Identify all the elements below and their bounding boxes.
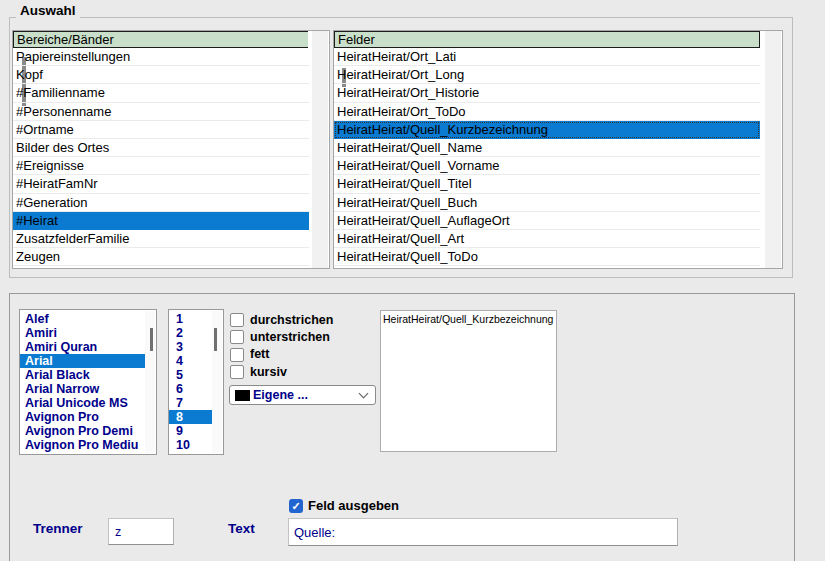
font-item[interactable]: Arial Black (20, 368, 145, 382)
bereiche-item[interactable]: Zeugen (13, 248, 309, 266)
font-item[interactable]: Arial Narrow (20, 382, 145, 396)
size-item[interactable]: 9 (169, 424, 212, 438)
bereiche-item[interactable]: #Personenname (13, 103, 309, 121)
font-item[interactable]: Avignon Pro (20, 410, 145, 424)
bereiche-scrollbar[interactable] (308, 31, 329, 268)
fett-checkbox[interactable] (230, 348, 244, 362)
bereiche-item[interactable]: #Generation (13, 194, 309, 212)
color-dropdown[interactable]: Eigene ... (229, 385, 376, 405)
font-item-selected[interactable]: Arial (20, 354, 145, 368)
felder-item[interactable]: HeiratHeirat/Quell_AuflageOrt (334, 212, 760, 230)
chevron-down-icon (359, 389, 369, 399)
color-swatch (235, 390, 250, 401)
felder-item[interactable]: HeiratHeirat/Ort_Historie (334, 84, 760, 102)
font-list-rows: AlefAmiriAmiri QuranArialArial BlackAria… (20, 312, 145, 454)
felder-item[interactable]: HeiratHeirat/Quell_Buch (334, 194, 760, 212)
bereiche-item[interactable]: Bilder des Ortes (13, 139, 309, 157)
felder-item-selected[interactable]: HeiratHeirat/Quell_Kurzbezeichnung (334, 121, 760, 139)
font-size-list[interactable]: 12345678910 (168, 309, 224, 455)
font-item[interactable]: Alef (20, 312, 145, 326)
size-item[interactable]: 2 (169, 326, 212, 340)
field-preview-box[interactable]: HeiratHeirat/Quell_Kurzbezeichnung (380, 310, 557, 452)
felder-list-header: Felder (334, 31, 760, 48)
felder-item[interactable]: HeiratHeirat/Ort_Long (334, 66, 760, 84)
kursiv-label: kursiv (250, 366, 287, 379)
size-item-selected[interactable]: 8 (169, 410, 212, 424)
felder-item[interactable]: HeiratHeirat/Quell_Historie (334, 266, 760, 268)
auswahl-group-title: Auswahl (16, 3, 80, 18)
felder-item[interactable]: HeiratHeirat/Quell_ToDo (334, 248, 760, 266)
bereiche-scrollbar-track[interactable] (312, 31, 328, 268)
size-item[interactable]: 3 (169, 340, 212, 354)
text-value-input[interactable] (288, 518, 678, 546)
font-item[interactable]: Amiri (20, 326, 145, 340)
bereiche-item[interactable]: Kopf (13, 66, 309, 84)
bereiche-item-selected[interactable]: #Heirat (13, 212, 309, 230)
bereiche-baender-list[interactable]: Bereiche/Bänder PapiereinstellungenKopf#… (12, 30, 330, 269)
font-list[interactable]: AlefAmiriAmiri QuranArialArial BlackAria… (19, 309, 157, 455)
felder-scrollbar-track[interactable] (765, 31, 781, 268)
font-item[interactable]: Avignon Pro Demi (20, 424, 145, 438)
bereiche-item[interactable]: #HeiratFamNr (13, 175, 309, 193)
bereiche-item[interactable]: Papiereinstellungen (13, 48, 309, 66)
durchstrichen-label: durchstrichen (250, 314, 333, 327)
font-item[interactable]: Amiri Quran (20, 340, 145, 354)
bereiche-list-rows: PapiereinstellungenKopf#Familienname#Per… (13, 48, 309, 268)
font-scrollbar-thumb[interactable] (150, 328, 153, 351)
size-scrollbar-thumb[interactable] (214, 328, 217, 351)
bereiche-item[interactable]: ZusatzfelderFamilie (13, 230, 309, 248)
size-item[interactable]: 10 (169, 438, 212, 452)
check-icon: ✓ (291, 500, 300, 512)
trenner-input[interactable] (108, 518, 174, 545)
size-item[interactable]: 1 (169, 312, 212, 326)
unterstrichen-row[interactable]: unterstrichen (230, 330, 330, 344)
felder-scrollbar[interactable] (761, 31, 782, 268)
felder-list[interactable]: Felder HeiratHeirat/Ort_LatiHeiratHeirat… (333, 30, 783, 269)
unterstrichen-checkbox[interactable] (230, 330, 244, 344)
felder-item[interactable]: HeiratHeirat/Quell_Art (334, 230, 760, 248)
size-item[interactable]: 7 (169, 396, 212, 410)
felder-item[interactable]: HeiratHeirat/Quell_Vorname (334, 157, 760, 175)
color-dropdown-label: Eigene ... (253, 388, 308, 402)
felder-item[interactable]: HeiratHeirat/Quell_Name (334, 139, 760, 157)
feld-ausgeben-checkbox[interactable]: ✓ (289, 499, 303, 513)
size-item[interactable]: 6 (169, 382, 212, 396)
felder-item[interactable]: HeiratHeirat/Ort_Lati (334, 48, 760, 66)
kursiv-row[interactable]: kursiv (230, 365, 287, 379)
bereiche-item[interactable]: #Ereignisse (13, 157, 309, 175)
dialog-auswahl: Auswahl Bereiche/Bänder Papiereinstellun… (0, 0, 825, 561)
size-item[interactable]: 5 (169, 368, 212, 382)
durchstrichen-checkbox[interactable] (230, 313, 244, 327)
bereiche-item[interactable]: #Familienname (13, 84, 309, 102)
fett-label: fett (250, 348, 269, 361)
font-item[interactable]: Arial Unicode MS (20, 396, 145, 410)
felder-item[interactable]: HeiratHeirat/Quell_Titel (334, 175, 760, 193)
kursiv-checkbox[interactable] (230, 365, 244, 379)
felder-list-rows: HeiratHeirat/Ort_LatiHeiratHeirat/Ort_Lo… (334, 48, 760, 268)
felder-item[interactable]: HeiratHeirat/Ort_ToDo (334, 103, 760, 121)
fett-row[interactable]: fett (230, 348, 269, 362)
feld-ausgeben-label: Feld ausgeben (308, 498, 399, 513)
trenner-label: Trenner (33, 521, 83, 536)
size-item[interactable]: 4 (169, 354, 212, 368)
size-list-rows: 12345678910 (169, 312, 212, 454)
bereiche-item[interactable]: PrimäresBild der Familie (13, 266, 309, 268)
bereiche-list-header: Bereiche/Bänder (13, 31, 309, 48)
bereiche-item[interactable]: #Ortname (13, 121, 309, 139)
durchstrichen-row[interactable]: durchstrichen (230, 313, 333, 327)
font-item[interactable]: Avignon Pro Mediu (20, 438, 145, 452)
unterstrichen-label: unterstrichen (250, 331, 330, 344)
text-label: Text (228, 521, 255, 536)
